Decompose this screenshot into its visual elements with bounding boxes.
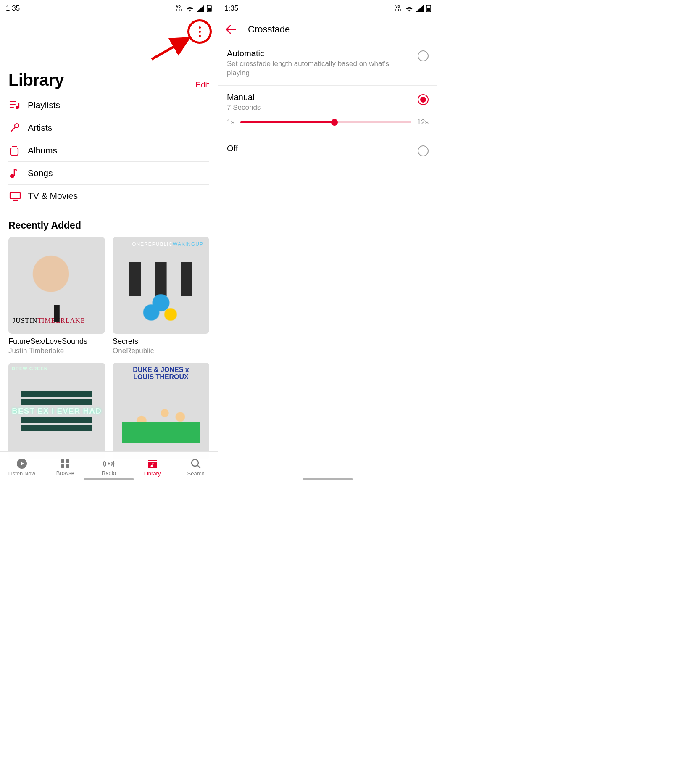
- slider-thumb[interactable]: [331, 119, 338, 126]
- tab-browse[interactable]: Browse: [44, 452, 87, 483]
- status-time: 1:35: [224, 4, 238, 13]
- note-icon: [8, 168, 24, 179]
- option-title: Automatic: [227, 49, 409, 58]
- radio-icon: [103, 459, 115, 469]
- volte-indicator: VoLTE: [395, 5, 403, 12]
- overflow-menu-button[interactable]: [187, 19, 212, 44]
- album-title: Secrets: [113, 334, 209, 346]
- category-artists[interactable]: Artists: [8, 116, 209, 139]
- status-time: 1:35: [6, 4, 20, 13]
- svg-line-9: [11, 127, 15, 132]
- library-icon: [147, 458, 158, 469]
- category-songs[interactable]: Songs: [8, 162, 209, 185]
- radio-button[interactable]: [418, 145, 429, 156]
- album-card[interactable]: ONEREPUBLICWAKINGUP Secrets OneRepublic: [113, 237, 209, 355]
- album-icon: [8, 145, 24, 156]
- svg-rect-17: [66, 459, 69, 463]
- battery-icon: [207, 5, 212, 12]
- signal-icon: [197, 5, 204, 12]
- signal-icon: [416, 5, 424, 12]
- radio-button[interactable]: [418, 50, 429, 61]
- home-indicator[interactable]: [84, 478, 134, 480]
- category-label: Playlists: [24, 100, 60, 110]
- play-circle-icon: [16, 458, 27, 469]
- svg-rect-28: [428, 5, 429, 5]
- category-playlists[interactable]: Playlists: [8, 94, 209, 116]
- recently-added-heading: Recently Added: [0, 207, 218, 237]
- tab-bar: Listen Now Browse Radio Library Search: [0, 451, 218, 483]
- playlist-icon: [8, 100, 24, 110]
- album-card[interactable]: DUKE & JONES xLOUIS THEROUX: [113, 363, 209, 459]
- tab-listen-now[interactable]: Listen Now: [0, 452, 44, 483]
- radio-button[interactable]: [418, 94, 429, 105]
- category-label: Songs: [24, 168, 53, 178]
- svg-rect-18: [61, 464, 64, 468]
- option-title: Off: [227, 144, 409, 153]
- category-label: TV & Movies: [24, 191, 78, 201]
- slider-min-label: 1s: [227, 118, 234, 127]
- svg-rect-29: [427, 8, 430, 11]
- svg-rect-19: [66, 464, 69, 468]
- back-button[interactable]: [225, 25, 236, 34]
- crossfade-option-manual[interactable]: Manual 7 Seconds: [218, 86, 437, 116]
- album-art: ONEREPUBLICWAKINGUP: [113, 237, 209, 334]
- status-bar: 1:35 VoLTE: [0, 0, 218, 17]
- crossfade-option-automatic[interactable]: Automatic Set crossfade length automatic…: [218, 42, 437, 86]
- tab-label: Radio: [102, 470, 116, 476]
- category-tv-movies[interactable]: TV & Movies: [8, 185, 209, 207]
- svg-rect-16: [61, 459, 64, 463]
- svg-rect-1: [208, 5, 210, 5]
- album-card[interactable]: DREW GREEN BEST EX I EVER HAD: [8, 363, 105, 459]
- album-art: DREW GREEN BEST EX I EVER HAD: [8, 363, 105, 459]
- crossfade-slider[interactable]: [240, 118, 411, 127]
- tab-search[interactable]: Search: [174, 452, 218, 483]
- svg-rect-2: [208, 8, 211, 11]
- status-bar: 1:35 VoLTE: [218, 0, 437, 17]
- settings-title: Crossfade: [248, 24, 290, 35]
- option-subtitle: 7 Seconds: [227, 102, 409, 112]
- category-albums[interactable]: Albums: [8, 139, 209, 162]
- svg-point-12: [10, 174, 14, 178]
- mic-icon: [8, 122, 24, 133]
- tv-icon: [8, 191, 24, 201]
- svg-rect-10: [11, 148, 18, 155]
- album-art: JUSTINTIMBERLAKE: [8, 237, 105, 334]
- grid-icon: [60, 459, 70, 469]
- svg-line-26: [197, 465, 200, 468]
- svg-rect-13: [10, 192, 20, 199]
- album-title: FutureSex/LoveSounds: [8, 334, 105, 346]
- page-title: Library: [8, 71, 64, 90]
- arrow-left-icon: [225, 25, 236, 34]
- slider-max-label: 12s: [417, 118, 429, 127]
- volte-indicator: VoLTE: [176, 5, 183, 12]
- vertical-dots-icon: [199, 26, 201, 37]
- category-label: Albums: [24, 145, 57, 156]
- tab-label: Listen Now: [8, 470, 35, 477]
- album-artist: Justin Timberlake: [8, 346, 105, 355]
- category-label: Artists: [24, 123, 52, 133]
- tab-library[interactable]: Library: [131, 452, 174, 483]
- crossfade-option-off[interactable]: Off: [218, 137, 437, 164]
- tab-label: Library: [144, 470, 161, 477]
- svg-point-20: [108, 462, 110, 464]
- svg-point-7: [16, 106, 19, 109]
- album-artist: OneRepublic: [113, 346, 209, 355]
- option-title: Manual: [227, 92, 409, 102]
- tab-label: Search: [187, 470, 205, 477]
- album-card[interactable]: JUSTINTIMBERLAKE FutureSex/LoveSounds Ju…: [8, 237, 105, 355]
- wifi-icon: [186, 5, 194, 12]
- battery-icon: [426, 5, 431, 12]
- tab-label: Browse: [56, 470, 74, 476]
- album-art: DUKE & JONES xLOUIS THEROUX: [113, 363, 209, 459]
- option-subtitle: Set crossfade length automatically based…: [227, 58, 409, 78]
- home-indicator[interactable]: [303, 478, 353, 480]
- wifi-icon: [405, 5, 413, 12]
- edit-button[interactable]: Edit: [195, 80, 209, 90]
- search-icon: [190, 458, 201, 469]
